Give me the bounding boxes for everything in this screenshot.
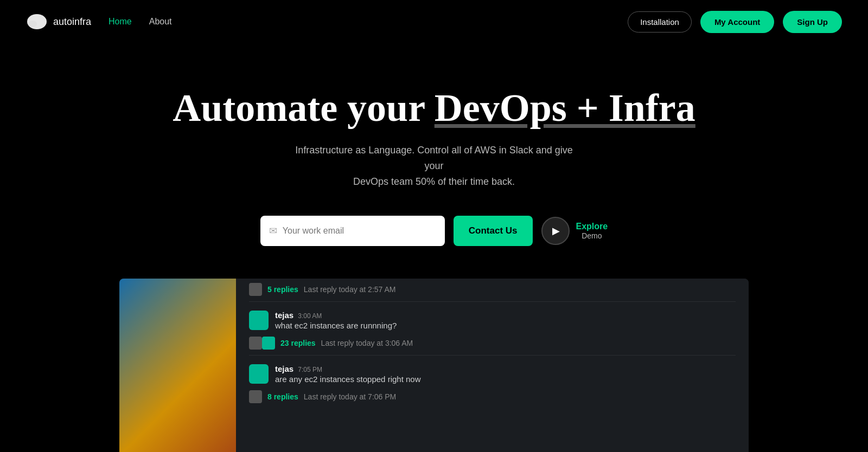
reply-meta-3: 8 replies Last reply today at 7:06 PM <box>249 386 736 406</box>
hero-title: Automate your DevOps + Infra <box>22 87 846 130</box>
avatar-tejas-2 <box>249 364 269 384</box>
email-icon: ✉ <box>269 225 277 237</box>
avatar-tejas-1 <box>249 311 269 330</box>
message-body-3: tejas 7:05 PM are any ec2 instances stop… <box>275 364 421 384</box>
msg-time-3: 7:05 PM <box>298 366 322 373</box>
avatar-green-2 <box>262 337 275 350</box>
hero-section: Automate your DevOps + Infra Infrastruct… <box>0 43 868 279</box>
message-body-2: tejas 3:00 AM what ec2 instances are run… <box>275 311 397 330</box>
message-header-3: tejas 7:05 PM <box>275 364 421 373</box>
play-button[interactable]: ▶ <box>541 217 570 245</box>
logo-icon <box>26 13 48 30</box>
avatar-dark-3 <box>249 390 262 403</box>
nav-link-about[interactable]: About <box>149 17 172 27</box>
msg-time-2: 3:00 AM <box>298 312 322 320</box>
reply-avatars-3 <box>249 390 262 403</box>
reply-time-1: Last reply today at 2:57 AM <box>304 285 396 294</box>
reply-avatars-1 <box>249 283 262 296</box>
slack-content: 5 replies Last reply today at 2:57 AM te… <box>236 279 749 452</box>
divider-1 <box>249 301 736 302</box>
username-3: tejas <box>275 364 293 373</box>
msg-text-3: are any ec2 instances stopped right now <box>275 374 421 384</box>
slack-sidebar <box>119 279 236 452</box>
avatar-dark-1 <box>249 283 262 296</box>
avatar-dark-2 <box>249 337 262 350</box>
reply-avatars-2 <box>249 337 275 350</box>
message-block-3: tejas 7:05 PM are any ec2 instances stop… <box>249 358 736 386</box>
hero-subtitle: Infrastructure as Language. Control all … <box>293 143 575 189</box>
play-icon: ▶ <box>552 225 560 237</box>
reply-time-3: Last reply today at 7:06 PM <box>304 392 396 401</box>
reply-time-2: Last reply today at 3:06 AM <box>321 339 413 347</box>
reply-meta-2: 23 replies Last reply today at 3:06 AM <box>249 332 736 353</box>
reply-count-3[interactable]: 8 replies <box>267 392 298 401</box>
sidebar-gradient <box>119 279 236 452</box>
installation-button[interactable]: Installation <box>628 11 692 33</box>
logo[interactable]: autoinfra <box>26 13 91 30</box>
nav-left: autoinfra Home About <box>26 13 172 30</box>
demo-label: Demo <box>576 231 608 240</box>
slack-preview: 5 replies Last reply today at 2:57 AM te… <box>119 279 749 452</box>
logo-text: autoinfra <box>53 16 91 28</box>
slack-section: 5 replies Last reply today at 2:57 AM te… <box>0 279 868 452</box>
svg-point-1 <box>28 21 37 27</box>
explore-demo[interactable]: ▶ Explore Demo <box>541 217 608 245</box>
contact-us-button[interactable]: Contact Us <box>454 216 533 246</box>
nav-link-home[interactable]: Home <box>108 17 132 27</box>
message-header-2: tejas 3:00 AM <box>275 311 397 320</box>
hero-cta: ✉ Contact Us ▶ Explore Demo <box>22 216 846 246</box>
navbar: autoinfra Home About Installation My Acc… <box>0 0 868 43</box>
my-account-button[interactable]: My Account <box>700 11 774 33</box>
explore-label: Explore <box>576 222 608 231</box>
email-input[interactable] <box>283 226 436 236</box>
reply-meta-1: 5 replies Last reply today at 2:57 AM <box>249 279 736 299</box>
msg-text-2: what ec2 instances are runnning? <box>275 321 397 330</box>
divider-2 <box>249 355 736 356</box>
message-block-2: tejas 3:00 AM what ec2 instances are run… <box>249 304 736 332</box>
sign-up-button[interactable]: Sign Up <box>783 11 842 33</box>
hero-title-accent: DevOps + Infra <box>435 86 695 130</box>
username-2: tejas <box>275 311 293 320</box>
reply-count-1[interactable]: 5 replies <box>267 285 298 294</box>
slack-wrapper: 5 replies Last reply today at 2:57 AM te… <box>119 279 749 452</box>
nav-right: Installation My Account Sign Up <box>628 11 842 33</box>
reply-count-2[interactable]: 23 replies <box>280 339 316 347</box>
email-form: ✉ <box>260 216 445 246</box>
